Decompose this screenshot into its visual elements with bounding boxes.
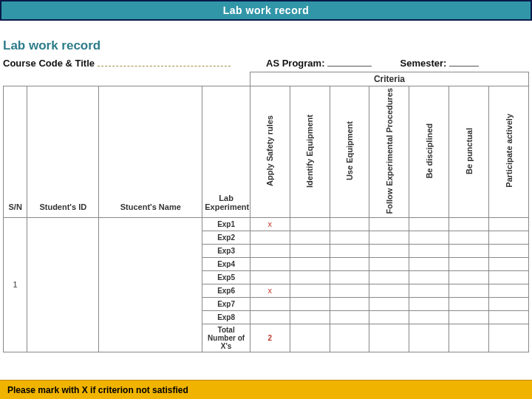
criteria-header: Criteria <box>250 72 528 86</box>
banner-title: Lab work record <box>223 4 309 16</box>
exp-label: Exp1 <box>202 217 250 231</box>
program-label: AS Program: <box>266 58 324 69</box>
total-label: Total Number of X's <box>202 324 250 352</box>
c2-header: Identify Equipment <box>290 86 330 218</box>
c4-header: Follow Experimental Procedures <box>369 86 409 218</box>
c1-header: Apply Safety rules <box>250 86 290 218</box>
course-blank <box>98 58 231 66</box>
c7-header: Participate actively <box>489 86 529 218</box>
program-blank <box>327 58 372 66</box>
semester-blank <box>449 58 479 66</box>
course-label: Course Code & Title <box>3 58 95 69</box>
total-cell: 2 <box>250 324 290 352</box>
document-body: Lab work record Course Code & Title AS P… <box>0 21 532 352</box>
exp-label: Exp4 <box>202 257 250 270</box>
meta-row: Course Code & Title AS Program: Semester… <box>3 58 529 69</box>
sid-header: Student's ID <box>27 86 99 218</box>
exp-label: Exp2 <box>202 231 250 244</box>
doc-title: Lab work record <box>3 38 529 53</box>
exp-label: Exp8 <box>202 310 250 324</box>
c3-header: Use Equipment <box>330 86 369 218</box>
sname-cell <box>99 217 202 352</box>
mark-cell: x <box>250 217 290 231</box>
mark-cell: x <box>250 284 290 297</box>
footer-note-bar: Please mark with X if criterion not sati… <box>0 380 532 399</box>
record-table: Criteria S/N Student's ID Stucent's Name… <box>3 72 529 352</box>
sn-header: S/N <box>4 86 27 218</box>
sid-cell <box>27 217 99 352</box>
table-row: 1 Exp1 x <box>4 217 529 231</box>
corner-blank <box>4 72 250 86</box>
c5-header: Be disciplined <box>409 86 449 218</box>
exp-label: Exp7 <box>202 297 250 310</box>
semester-label: Semester: <box>400 58 446 69</box>
exp-label: Exp6 <box>202 284 250 297</box>
footer-note: Please mark with X if criterion not sati… <box>7 385 188 395</box>
exp-label: Exp3 <box>202 244 250 257</box>
top-banner: Lab work record <box>0 0 532 21</box>
lab-header: Lab Experiment <box>202 86 250 218</box>
sname-header: Stucent's Name <box>99 86 202 218</box>
exp-label: Exp5 <box>202 270 250 284</box>
c6-header: Be punctual <box>449 86 489 218</box>
sn-cell: 1 <box>4 217 27 352</box>
